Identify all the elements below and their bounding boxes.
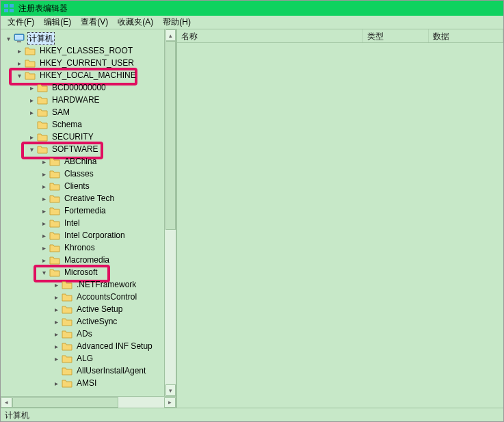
scroll-down-icon[interactable]: ▾	[165, 384, 176, 396]
expander-icon[interactable]: ▸	[39, 157, 49, 166]
tree-label: SOFTWARE	[51, 144, 100, 154]
tree-item-ads[interactable]: ▸ ADs	[2, 328, 176, 340]
svg-rect-3	[10, 9, 14, 12]
expander-icon[interactable]: ▸	[39, 206, 49, 215]
scroll-track[interactable]	[12, 397, 164, 408]
scroll-left-icon[interactable]: ◂	[1, 397, 12, 408]
tree-label: Clients	[63, 181, 91, 191]
expander-icon[interactable]: ▸	[51, 329, 61, 339]
expander-icon[interactable]: ▾	[27, 144, 36, 154]
tree-item-clients[interactable]: ▸ Clients	[2, 180, 176, 192]
tree-item-activesetup[interactable]: ▸ Active Setup	[2, 303, 176, 315]
scroll-right-icon[interactable]: ▸	[164, 397, 176, 408]
folder-icon	[62, 280, 72, 289]
expander-icon[interactable]: ▸	[14, 46, 24, 55]
scroll-thumb[interactable]	[165, 41, 176, 230]
expander-icon[interactable]: ▸	[39, 181, 49, 191]
tree-item-hardware[interactable]: ▸ HARDWARE	[2, 94, 176, 106]
tree-label: Fortemedia	[63, 206, 107, 215]
tree-item-schema[interactable]: ▸ Schema	[2, 118, 176, 131]
folder-icon	[37, 132, 48, 142]
tree-label: AccountsControl	[75, 292, 138, 302]
tree-item-intel[interactable]: ▸ Intel	[2, 217, 176, 229]
tree-item-creativetech[interactable]: ▸ Creative Tech	[2, 192, 176, 205]
expander-icon[interactable]: ▸	[51, 354, 61, 363]
folder-icon	[49, 169, 60, 179]
tree-vertical-scrollbar[interactable]: ▴ ▾	[164, 29, 176, 396]
tree-item-software[interactable]: ▾ SOFTWARE	[2, 143, 176, 155]
tree-item-khronos[interactable]: ▸ Khronos	[2, 241, 176, 254]
column-name[interactable]: 名称	[177, 29, 363, 42]
folder-icon	[62, 292, 72, 302]
folder-icon	[49, 218, 60, 228]
expander-icon[interactable]: ▸	[39, 243, 49, 252]
tree-item-bcd[interactable]: ▸ BCD00000000	[2, 81, 176, 94]
tree-item-hklm[interactable]: ▾ HKEY_LOCAL_MACHINE	[2, 69, 176, 81]
menu-favorites[interactable]: 收藏夹(A)	[114, 16, 157, 28]
menubar: 文件(F) 编辑(E) 查看(V) 收藏夹(A) 帮助(H)	[1, 16, 503, 29]
expander-icon[interactable]: ▸	[27, 83, 36, 92]
tree-item-microsoft[interactable]: ▾ Microsoft	[2, 266, 176, 278]
expander-icon[interactable]: ▸	[27, 132, 36, 142]
tree-item-advancedinf[interactable]: ▸ Advanced INF Setup	[2, 340, 176, 352]
tree-scroll[interactable]: ▾ 计算机 ▸ HKEY_CLASSES_ROOT ▸ HKEY_CURRENT…	[1, 29, 176, 396]
expander-icon[interactable]: ▸	[51, 304, 61, 314]
expander-icon[interactable]: ▸	[51, 378, 61, 388]
folder-icon	[62, 366, 72, 375]
tree-item-computer[interactable]: ▾ 计算机	[2, 32, 176, 44]
list-body[interactable]	[177, 43, 503, 408]
tree-item-alg[interactable]: ▸ ALG	[2, 352, 176, 365]
expander-icon[interactable]: ▸	[39, 230, 49, 240]
tree-item-fortemedia[interactable]: ▸ Fortemedia	[2, 205, 176, 217]
folder-icon	[62, 341, 72, 351]
tree-item-intelcorp[interactable]: ▸ Intel Corporation	[2, 229, 176, 241]
folder-icon	[49, 181, 60, 191]
scroll-up-icon[interactable]: ▴	[165, 29, 176, 41]
expander-icon[interactable]: ▸	[51, 317, 61, 326]
tree-item-abchina[interactable]: ▸ ABChina	[2, 155, 176, 168]
expander-icon[interactable]: ▸	[39, 255, 49, 265]
tree-item-security[interactable]: ▸ SECURITY	[2, 131, 176, 143]
tree-item-hkcr[interactable]: ▸ HKEY_CLASSES_ROOT	[2, 44, 176, 57]
expander-icon[interactable]: ▸	[39, 169, 49, 179]
expander-icon[interactable]: ▸	[51, 292, 61, 302]
folder-icon	[37, 95, 48, 105]
column-data[interactable]: 数据	[429, 29, 503, 42]
expander-icon[interactable]: ▸	[39, 194, 49, 203]
scroll-track[interactable]	[165, 41, 176, 384]
expander-icon[interactable]: ▸	[27, 107, 36, 117]
expander-icon[interactable]: ▸	[39, 218, 49, 228]
tree-item-classes[interactable]: ▸ Classes	[2, 168, 176, 180]
tree-horizontal-scrollbar[interactable]: ◂ ▸	[1, 396, 176, 408]
expander-icon[interactable]: ▸	[14, 58, 24, 68]
tree-item-hkcu[interactable]: ▸ HKEY_CURRENT_USER	[2, 57, 176, 69]
expander-icon[interactable]: ▾	[39, 267, 49, 277]
expander-icon[interactable]: ▾	[3, 34, 13, 43]
menu-file[interactable]: 文件(F)	[3, 16, 38, 28]
expander-icon[interactable]: ▾	[14, 70, 24, 80]
folder-icon	[62, 317, 72, 326]
expander-icon[interactable]: ▸	[51, 341, 61, 351]
tree-item-activesync[interactable]: ▸ ActiveSync	[2, 315, 176, 328]
scroll-thumb[interactable]	[12, 397, 118, 408]
tree-item-amsi[interactable]: ▸ AMSI	[2, 377, 176, 389]
tree-item-alluserinstallagent[interactable]: ▸ AllUserInstallAgent	[2, 365, 176, 377]
tree-label: Khronos	[63, 243, 96, 252]
svg-rect-0	[4, 4, 8, 8]
menu-view[interactable]: 查看(V)	[77, 16, 112, 28]
folder-icon	[62, 378, 72, 388]
tree-item-macromedia[interactable]: ▸ Macromedia	[2, 254, 176, 266]
tree-item-netframework[interactable]: ▸ .NETFramework	[2, 278, 176, 291]
tree-label: ADs	[75, 329, 94, 339]
folder-icon	[37, 107, 48, 117]
status-path: 计算机	[5, 410, 29, 420]
expander-icon[interactable]: ▸	[27, 95, 36, 105]
tree-label: AMSI	[75, 378, 98, 388]
menu-help[interactable]: 帮助(H)	[159, 16, 195, 28]
expander-icon[interactable]: ▸	[51, 280, 61, 289]
tree-item-sam[interactable]: ▸ SAM	[2, 106, 176, 118]
menu-edit[interactable]: 编辑(E)	[40, 16, 75, 28]
column-type[interactable]: 类型	[363, 29, 429, 42]
tree-item-accountscontrol[interactable]: ▸ AccountsControl	[2, 291, 176, 303]
titlebar[interactable]: 注册表编辑器	[1, 1, 503, 16]
